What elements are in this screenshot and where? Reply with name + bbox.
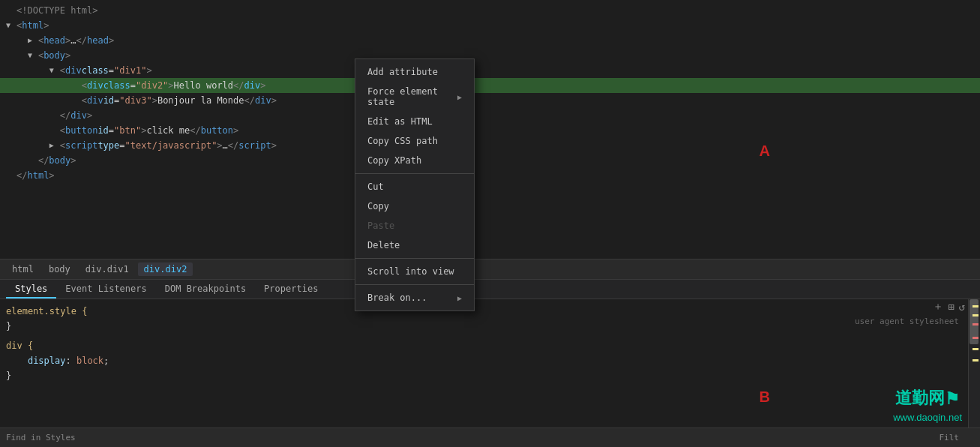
tree-toggle[interactable]: ▼ <box>28 48 38 63</box>
code-line[interactable]: ▼ <div class="div1"> <box>0 63 980 78</box>
tree-toggle <box>49 123 60 138</box>
indent <box>6 108 49 123</box>
style-selector: element.style { <box>6 306 87 316</box>
add-rule-icon[interactable]: ＋ <box>933 300 943 314</box>
tab-item[interactable]: Event Listeners <box>56 280 155 298</box>
ua-stylesheet-label: user agent stylesheet <box>855 316 959 326</box>
context-menu-item-label: Copy CSS path <box>367 136 438 146</box>
context-menu-item[interactable]: Break on...▶ <box>355 288 474 308</box>
tree-toggle[interactable]: ▼ <box>49 63 60 78</box>
indent <box>6 123 49 138</box>
toggle-classes-icon[interactable]: ⊞ <box>948 301 954 313</box>
code-line[interactable]: ▼ <body> <box>0 48 980 63</box>
style-selector-div: div { <box>6 340 33 351</box>
find-in-styles-label: Find in Styles <box>6 433 76 442</box>
context-menu-item-label: Cut <box>367 182 384 192</box>
watermark-url: www.daoqin.net <box>893 411 962 424</box>
style-close-brace: } <box>6 321 11 332</box>
submenu-arrow-icon: ▶ <box>457 93 462 101</box>
status-bar: Find in Styles Filt <box>0 428 980 447</box>
indent <box>6 78 71 93</box>
styles-toolbar: ＋ ⊞ ↺ <box>933 300 965 314</box>
scrollbar[interactable] <box>968 299 980 428</box>
code-line[interactable]: </div> <box>0 108 980 123</box>
tree-toggle[interactable]: ▶ <box>28 33 38 48</box>
breadcrumb-item[interactable]: div.div1 <box>79 262 135 276</box>
code-line[interactable]: <div class="div2">Hello world</div> <box>0 78 980 93</box>
breadcrumb-item[interactable]: div.div2 <box>138 262 193 276</box>
tree-toggle <box>71 93 82 108</box>
context-menu-item[interactable]: Edit as HTML <box>355 112 474 131</box>
context-menu-item[interactable]: Force element state▶ <box>355 82 474 112</box>
indent <box>6 153 28 168</box>
context-menu-item-label: Force element state <box>367 86 457 107</box>
styles-panel: element.style { } div { display: block; … <box>0 299 968 428</box>
context-menu-item-label: Copy XPath <box>367 155 421 166</box>
context-menu-item-label: Scroll into view <box>367 266 454 277</box>
tree-toggle[interactable]: ▼ <box>6 18 16 33</box>
context-menu-item-label: Add attribute <box>367 67 438 77</box>
scroll-tick <box>973 359 979 362</box>
context-menu-item[interactable]: Cut <box>355 177 474 196</box>
code-line[interactable]: </html> <box>0 168 980 183</box>
tree-toggle[interactable]: ▶ <box>49 138 60 153</box>
context-menu-item[interactable]: Copy XPath <box>355 151 474 170</box>
style-rule-div: div { display: block; } <box>6 338 962 383</box>
context-menu-separator <box>355 284 474 285</box>
tabs-bar: StylesEvent ListenersDOM BreakpointsProp… <box>0 280 980 299</box>
scroll-tick <box>973 314 979 316</box>
style-prop-display: display <box>28 356 66 366</box>
region-label-a: A <box>760 142 770 160</box>
scroll-tick <box>973 305 979 308</box>
code-line[interactable]: </body> <box>0 153 980 168</box>
context-menu-item[interactable]: Scroll into view <box>355 262 474 281</box>
context-menu-item-label: Delete <box>367 240 400 250</box>
indent <box>6 48 28 63</box>
code-line[interactable]: <!DOCTYPE html> <box>0 3 980 18</box>
indent <box>6 93 71 108</box>
watermark-title: 道勤网⚑ <box>893 387 962 411</box>
breadcrumb-item[interactable]: body <box>43 262 76 276</box>
context-menu-separator <box>355 173 474 174</box>
indent <box>6 138 49 153</box>
context-menu-item[interactable]: Copy CSS path <box>355 131 474 151</box>
indent <box>6 63 49 78</box>
watermark: 道勤网⚑ www.daoqin.net <box>893 387 962 424</box>
context-menu: Add attributeForce element state▶Edit as… <box>355 58 475 311</box>
context-menu-item[interactable]: Copy <box>355 196 474 216</box>
scroll-tick-error <box>973 323 979 326</box>
region-label-b: B <box>760 388 770 406</box>
context-menu-item-label: Paste <box>367 220 394 231</box>
tree-toggle <box>49 108 60 123</box>
scroll-tick-error <box>973 337 979 339</box>
tree-toggle <box>28 153 38 168</box>
submenu-arrow-icon: ▶ <box>457 294 462 302</box>
code-line[interactable]: <button id="btn">click me</button> <box>0 123 980 138</box>
context-menu-item[interactable]: Delete <box>355 236 474 255</box>
tab-item[interactable]: Properties <box>255 280 327 298</box>
tree-toggle <box>6 168 16 183</box>
context-menu-item-label: Copy <box>367 201 389 212</box>
context-menu-item[interactable]: Add attribute <box>355 62 474 82</box>
refresh-icon[interactable]: ↺ <box>959 301 965 313</box>
tree-toggle <box>71 78 82 93</box>
context-menu-item-label: Break on... <box>367 292 427 303</box>
tab-item[interactable]: Styles <box>6 280 56 298</box>
style-close-brace2: } <box>6 370 11 381</box>
indent <box>6 33 28 48</box>
context-menu-item-label: Edit as HTML <box>367 116 433 127</box>
tree-toggle <box>6 3 16 18</box>
code-line[interactable]: <div id="div3">Bonjour la Monde</div> <box>0 93 980 108</box>
code-line[interactable]: ▼ <html> <box>0 18 980 33</box>
tab-item[interactable]: DOM Breakpoints <box>156 280 255 298</box>
code-line[interactable]: ▶ <script type="text/javascript">…</scri… <box>0 138 980 153</box>
context-menu-separator <box>355 258 474 259</box>
watermark-icon: ⚑ <box>945 388 960 411</box>
style-rule-element: element.style { } <box>6 304 962 334</box>
filter-label: Filt <box>940 433 960 442</box>
scroll-tick <box>973 348 979 350</box>
style-val-block: block <box>76 356 103 366</box>
code-line[interactable]: ▶ <head>…</head> <box>0 33 980 48</box>
breadcrumb-item[interactable]: html <box>6 262 40 276</box>
context-menu-item: Paste <box>355 216 474 236</box>
